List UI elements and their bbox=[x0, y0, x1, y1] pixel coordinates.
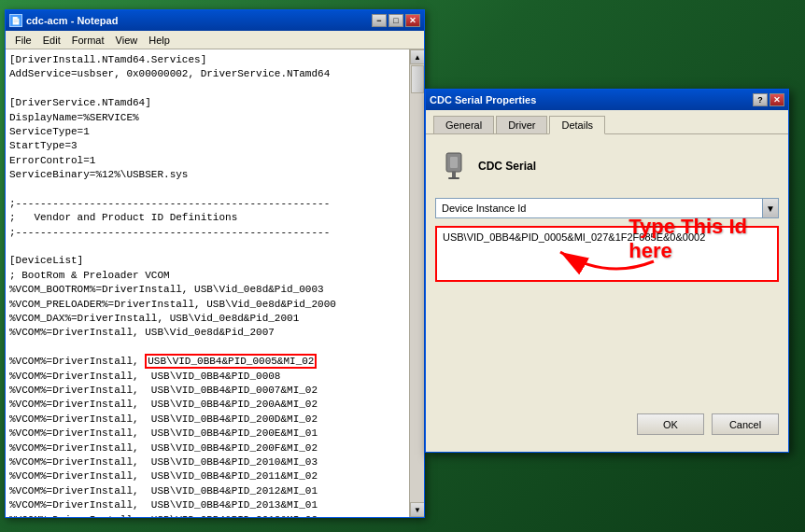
svg-rect-2 bbox=[452, 172, 456, 177]
cdc-dialog-title: CDC Serial Properties bbox=[430, 94, 753, 105]
notepad-titlebar-buttons: − □ ✕ bbox=[372, 14, 420, 27]
device-name: CDC Serial bbox=[478, 160, 536, 173]
svg-rect-3 bbox=[448, 177, 459, 179]
menu-edit[interactable]: Edit bbox=[37, 33, 66, 48]
cancel-button[interactable]: Cancel bbox=[712, 413, 779, 435]
notepad-minimize-button[interactable]: − bbox=[372, 14, 387, 27]
scroll-track bbox=[410, 64, 424, 502]
device-header: CDC Serial bbox=[435, 144, 779, 189]
device-instance-id-value: USB\VID_0BB4&PID_0005&MI_027&1F2F085E&0&… bbox=[435, 226, 779, 282]
menu-view[interactable]: View bbox=[110, 33, 144, 48]
menu-help[interactable]: Help bbox=[143, 33, 176, 48]
cdc-close-button[interactable]: ✕ bbox=[770, 93, 784, 106]
svg-rect-1 bbox=[450, 157, 458, 168]
notepad-window: 📄 cdc-acm - Notepad − □ ✕ File Edit Form… bbox=[5, 9, 425, 518]
cdc-titlebar-buttons: ? ✕ bbox=[753, 93, 784, 106]
tab-general[interactable]: General bbox=[433, 116, 494, 133]
tab-details[interactable]: Details bbox=[549, 116, 605, 134]
notepad-scrollbar[interactable]: ▲ ▼ bbox=[409, 49, 424, 517]
cdc-tabs: General Driver Details bbox=[426, 110, 788, 134]
menu-file[interactable]: File bbox=[9, 33, 37, 48]
cdc-help-button[interactable]: ? bbox=[753, 93, 768, 106]
property-dropdown-container: Device Instance Id ▼ bbox=[435, 198, 779, 218]
ok-button[interactable]: OK bbox=[637, 413, 704, 435]
device-icon bbox=[439, 151, 469, 181]
notepad-maximize-button[interactable]: □ bbox=[388, 14, 403, 27]
cdc-dialog: CDC Serial Properties ? ✕ General Driver… bbox=[425, 89, 789, 453]
notepad-titlebar: 📄 cdc-acm - Notepad − □ ✕ bbox=[6, 10, 424, 31]
dialog-buttons: OK Cancel bbox=[426, 406, 788, 442]
desktop: 📄 cdc-acm - Notepad − □ ✕ File Edit Form… bbox=[0, 0, 805, 532]
highlighted-text: USB\VID_0BB4&PID_0005&MI_02 bbox=[145, 354, 317, 369]
notepad-content: [DriverInstall.NTamd64.Services] AddServ… bbox=[6, 49, 424, 517]
notepad-text: [DriverInstall.NTamd64.Services] AddServ… bbox=[6, 49, 424, 517]
cdc-titlebar: CDC Serial Properties ? ✕ bbox=[426, 90, 788, 110]
scroll-thumb[interactable] bbox=[411, 65, 424, 93]
notepad-close-button[interactable]: ✕ bbox=[405, 14, 420, 27]
notepad-icon: 📄 bbox=[9, 14, 22, 27]
cdc-body: CDC Serial Device Instance Id ▼ USB\VID_… bbox=[426, 134, 788, 299]
tab-driver[interactable]: Driver bbox=[496, 116, 547, 133]
scroll-up-button[interactable]: ▲ bbox=[410, 49, 424, 64]
scroll-down-button[interactable]: ▼ bbox=[410, 502, 424, 517]
menu-format[interactable]: Format bbox=[66, 33, 110, 48]
property-dropdown[interactable]: Device Instance Id bbox=[435, 198, 779, 218]
notepad-title: cdc-acm - Notepad bbox=[26, 15, 372, 26]
notepad-menubar: File Edit Format View Help bbox=[6, 31, 424, 49]
